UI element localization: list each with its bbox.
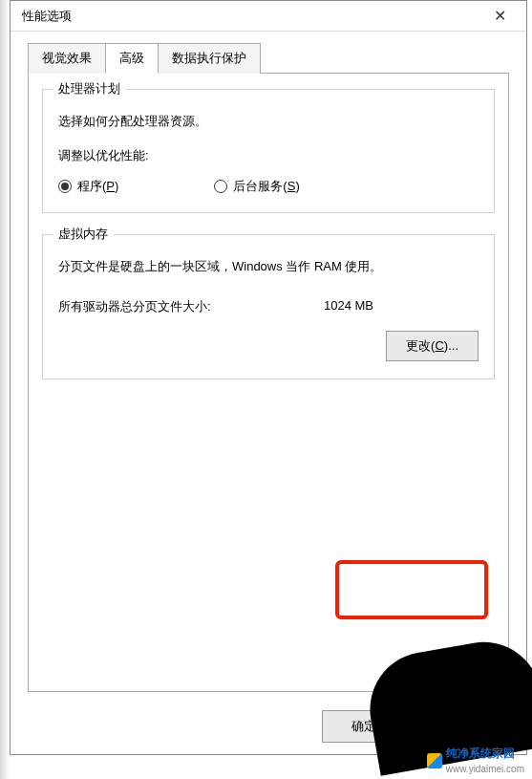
- tab-panel-advanced: 处理器计划 选择如何分配处理器资源。 调整以优化性能: 程序(P) 后台服务(S…: [28, 73, 509, 692]
- annotation-highlight: [335, 560, 488, 619]
- radio-services-label: 后台服务(S): [233, 178, 299, 195]
- close-icon: ✕: [494, 7, 506, 25]
- radio-background-services[interactable]: 后台服务(S): [214, 178, 299, 195]
- tab-visual-effects[interactable]: 视觉效果: [28, 43, 106, 74]
- watermark-url: www.yidaimei.com: [446, 764, 524, 774]
- radio-programs[interactable]: 程序(P): [58, 178, 118, 195]
- watermark-logo-icon: [427, 753, 442, 768]
- tab-strip: 视觉效果 高级 数据执行保护: [28, 43, 526, 74]
- vm-desc: 分页文件是硬盘上的一块区域，Windows 当作 RAM 使用。: [58, 258, 479, 275]
- tab-advanced[interactable]: 高级: [105, 43, 159, 74]
- vm-total-value: 1024 MB: [324, 298, 373, 315]
- radio-programs-indicator: [58, 180, 72, 193]
- vm-group-title: 虚拟内存: [53, 226, 114, 243]
- performance-options-dialog: 性能选项 ✕ 视觉效果 高级 数据执行保护 处理器计划 选择如何分配处理器资源。…: [10, 0, 527, 755]
- close-button[interactable]: ✕: [480, 3, 519, 30]
- adjust-label: 调整以优化性能:: [58, 147, 479, 164]
- processor-group-title: 处理器计划: [53, 80, 126, 97]
- titlebar: 性能选项 ✕: [11, 1, 526, 32]
- change-button[interactable]: 更改(C)...: [386, 331, 479, 361]
- virtual-memory-group: 虚拟内存 分页文件是硬盘上的一块区域，Windows 当作 RAM 使用。 所有…: [42, 234, 495, 379]
- watermark-text: 纯净系统家园: [446, 747, 515, 760]
- window-title: 性能选项: [18, 8, 72, 25]
- tab-dep[interactable]: 数据执行保护: [158, 43, 261, 74]
- vm-total-label: 所有驱动器总分页文件大小:: [58, 298, 211, 315]
- watermark: 纯净系统家园 www.yidaimei.com: [427, 746, 524, 775]
- radio-services-indicator: [214, 180, 227, 193]
- processor-scheduling-group: 处理器计划 选择如何分配处理器资源。 调整以优化性能: 程序(P) 后台服务(S…: [42, 89, 495, 213]
- radio-programs-label: 程序(P): [77, 178, 118, 195]
- processor-desc: 选择如何分配处理器资源。: [58, 113, 479, 130]
